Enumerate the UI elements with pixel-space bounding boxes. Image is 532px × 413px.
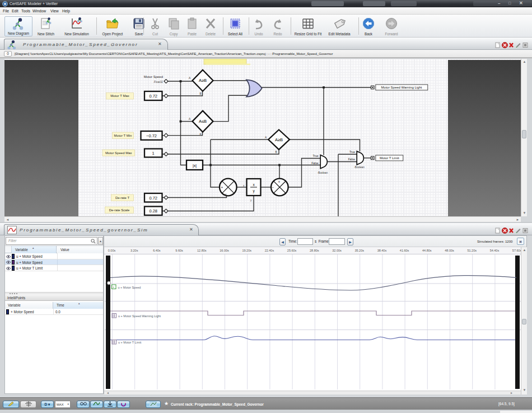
svg-text:A: A: [265, 136, 267, 139]
svg-text:B: B: [200, 92, 202, 95]
svg-text:True: True: [349, 150, 355, 154]
svg-text:1: 1: [152, 151, 155, 156]
svg-text:B: B: [276, 151, 277, 154]
svg-text:u + Motor T Limit: u + Motor T Limit: [118, 341, 142, 344]
svg-text:Motor Speed: Motor Speed: [144, 75, 163, 78]
svg-text:+: +: [221, 185, 223, 189]
svg-text:True: True: [312, 154, 318, 157]
svg-text:A≥B: A≥B: [199, 78, 207, 83]
svg-text:A: A: [189, 118, 191, 120]
svg-text:De-rate T: De-rate T: [115, 196, 130, 199]
svg-text:Motor T Max: Motor T Max: [110, 94, 129, 98]
svg-text:−: −: [225, 192, 227, 196]
svg-text:u + Motor Speed: u + Motor Speed: [118, 286, 141, 289]
svg-text:A≤B: A≤B: [199, 119, 207, 124]
svg-text:0.28: 0.28: [149, 208, 157, 214]
svg-text:.Float32: .Float32: [153, 81, 164, 83]
svg-text:Motor Speed Warning Light: Motor Speed Warning Light: [381, 86, 422, 89]
svg-text:De-rate Scale: De-rate Scale: [109, 208, 130, 212]
svg-text:0.72: 0.72: [149, 196, 157, 201]
svg-text:x: x: [243, 184, 245, 187]
svg-text:u + Motor Speed Warning Light: u + Motor Speed Warning Light: [118, 314, 161, 318]
svg-text:−0.72: −0.72: [146, 133, 157, 138]
svg-text:+: +: [113, 285, 114, 289]
svg-text:Motor T Limit: Motor T Limit: [380, 156, 399, 160]
svg-text:A≥B: A≥B: [275, 137, 283, 142]
svg-text:-Boolean: -Boolean: [354, 166, 365, 169]
svg-text:-Boolean: -Boolean: [318, 171, 328, 174]
svg-text:0.72: 0.72: [149, 94, 157, 99]
svg-text:Motor T Min: Motor T Min: [114, 134, 132, 137]
svg-text:Motor Speed Max: Motor Speed Max: [105, 151, 132, 155]
svg-text:−: −: [272, 185, 274, 189]
svg-text:+: +: [278, 180, 281, 184]
svg-text:False: False: [348, 157, 355, 161]
svg-text:False: False: [311, 161, 318, 165]
svg-text:|x|: |x|: [193, 164, 197, 168]
svg-text:y: y: [250, 199, 252, 202]
svg-text:A: A: [189, 77, 191, 80]
svg-text:B: B: [200, 133, 202, 136]
